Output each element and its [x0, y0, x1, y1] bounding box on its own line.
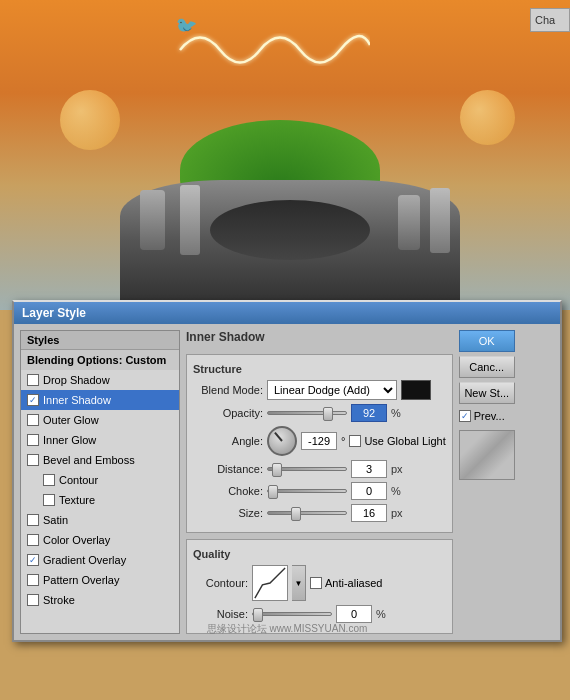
noise-label: Noise: — [193, 608, 248, 620]
dialog-right-area: Inner Shadow Structure Blend Mode: Linea… — [186, 330, 515, 634]
choke-label: Choke: — [193, 485, 263, 497]
inner-shadow-checkbox[interactable]: ✓ — [27, 394, 39, 406]
contour-label: Contour — [59, 474, 98, 486]
bevel-emboss-checkbox[interactable] — [27, 454, 39, 466]
contour-row: Contour: ▼ Anti-aliased — [193, 565, 446, 601]
blend-mode-select[interactable]: Linear Dodge (Add) Normal Multiply Scree… — [267, 380, 397, 400]
choke-slider[interactable] — [267, 489, 347, 493]
preview-label: Prev... — [474, 410, 505, 422]
size-slider[interactable] — [267, 511, 347, 515]
anti-alias-row: Anti-aliased — [310, 577, 382, 589]
choke-input[interactable] — [351, 482, 387, 500]
angle-input[interactable] — [301, 432, 337, 450]
action-buttons-panel: OK Canc... New St... ✓ Prev... — [459, 330, 515, 634]
style-blending-options[interactable]: Blending Options: Custom — [21, 350, 179, 370]
angle-row: Angle: ° Use Global Light — [193, 426, 446, 456]
use-global-light-row: Use Global Light — [349, 435, 445, 447]
orb-left — [60, 90, 120, 150]
stroke-checkbox[interactable] — [27, 594, 39, 606]
contour-preview[interactable] — [252, 565, 288, 601]
style-color-overlay[interactable]: Color Overlay — [21, 530, 179, 550]
gradient-overlay-label: Gradient Overlay — [43, 554, 126, 566]
pattern-overlay-label: Pattern Overlay — [43, 574, 119, 586]
style-inner-glow[interactable]: Inner Glow — [21, 430, 179, 450]
gradient-overlay-checkbox[interactable]: ✓ — [27, 554, 39, 566]
style-pattern-overlay[interactable]: Pattern Overlay — [21, 570, 179, 590]
style-inner-shadow[interactable]: ✓ Inner Shadow — [21, 390, 179, 410]
cha-button[interactable]: Cha — [530, 8, 570, 32]
satin-label: Satin — [43, 514, 68, 526]
noise-row: Noise: % — [193, 605, 446, 623]
inner-glow-label: Inner Glow — [43, 434, 96, 446]
style-drop-shadow[interactable]: Drop Shadow — [21, 370, 179, 390]
style-outer-glow[interactable]: Outer Glow — [21, 410, 179, 430]
texture-checkbox[interactable] — [43, 494, 55, 506]
stroke-label: Stroke — [43, 594, 75, 606]
distance-slider[interactable] — [267, 467, 347, 471]
quality-section: Quality Contour: ▼ An — [186, 539, 453, 634]
global-light-label: Use Global Light — [364, 435, 445, 447]
settings-panel: Inner Shadow Structure Blend Mode: Linea… — [186, 330, 453, 634]
angle-dial[interactable] — [267, 426, 297, 456]
color-overlay-checkbox[interactable] — [27, 534, 39, 546]
opacity-slider[interactable] — [267, 411, 347, 415]
quality-label: Quality — [193, 548, 446, 560]
ok-button[interactable]: OK — [459, 330, 515, 352]
distance-unit: px — [391, 463, 407, 475]
anti-alias-label: Anti-aliased — [325, 577, 382, 589]
new-style-button[interactable]: New St... — [459, 382, 515, 404]
size-unit: px — [391, 507, 407, 519]
opacity-row: Opacity: % — [193, 404, 446, 422]
inner-shadow-label: Inner Shadow — [43, 394, 111, 406]
outer-glow-label: Outer Glow — [43, 414, 99, 426]
size-input[interactable] — [351, 504, 387, 522]
inner-shadow-section-title: Inner Shadow — [186, 330, 453, 344]
size-label: Size: — [193, 507, 263, 519]
styles-panel-header: Styles — [21, 331, 179, 350]
structure-label: Structure — [193, 363, 446, 375]
contour-dropdown-button[interactable]: ▼ — [292, 565, 306, 601]
contour-checkbox[interactable] — [43, 474, 55, 486]
style-gradient-overlay[interactable]: ✓ Gradient Overlay — [21, 550, 179, 570]
noise-slider[interactable] — [252, 612, 332, 616]
opacity-label: Opacity: — [193, 407, 263, 419]
size-row: Size: px — [193, 504, 446, 522]
watermark: 思缘设计论坛 www.MISSYUAN.com — [207, 622, 368, 636]
style-bevel-emboss[interactable]: Bevel and Emboss — [21, 450, 179, 470]
lightning-decoration — [170, 20, 370, 80]
style-contour[interactable]: Contour — [21, 470, 179, 490]
pattern-overlay-checkbox[interactable] — [27, 574, 39, 586]
degree-symbol: ° — [341, 435, 345, 447]
preview-checkbox[interactable]: ✓ — [459, 410, 471, 422]
blending-options-label: Blending Options: Custom — [27, 354, 166, 366]
preview-check-row: ✓ Prev... — [459, 410, 515, 422]
noise-input[interactable] — [336, 605, 372, 623]
distance-label: Distance: — [193, 463, 263, 475]
angle-label: Angle: — [193, 435, 263, 447]
cancel-button[interactable]: Canc... — [459, 356, 515, 378]
inner-glow-checkbox[interactable] — [27, 434, 39, 446]
metal-base-decoration — [120, 180, 460, 300]
choke-unit: % — [391, 485, 407, 497]
drop-shadow-label: Drop Shadow — [43, 374, 110, 386]
outer-glow-checkbox[interactable] — [27, 414, 39, 426]
style-texture[interactable]: Texture — [21, 490, 179, 510]
blend-mode-label: Blend Mode: — [193, 384, 263, 396]
drop-shadow-checkbox[interactable] — [27, 374, 39, 386]
noise-unit: % — [376, 608, 392, 620]
opacity-input[interactable] — [351, 404, 387, 422]
choke-row: Choke: % — [193, 482, 446, 500]
styles-panel: Styles Blending Options: Custom Drop Sha… — [20, 330, 180, 634]
blend-mode-color-swatch[interactable] — [401, 380, 431, 400]
blend-mode-row: Blend Mode: Linear Dodge (Add) Normal Mu… — [193, 380, 446, 400]
texture-label: Texture — [59, 494, 95, 506]
style-satin[interactable]: Satin — [21, 510, 179, 530]
global-light-checkbox[interactable] — [349, 435, 361, 447]
style-stroke[interactable]: Stroke — [21, 590, 179, 610]
distance-input[interactable] — [351, 460, 387, 478]
dialog-titlebar: Layer Style — [14, 302, 560, 324]
bevel-emboss-label: Bevel and Emboss — [43, 454, 135, 466]
anti-alias-checkbox[interactable] — [310, 577, 322, 589]
satin-checkbox[interactable] — [27, 514, 39, 526]
color-overlay-label: Color Overlay — [43, 534, 110, 546]
